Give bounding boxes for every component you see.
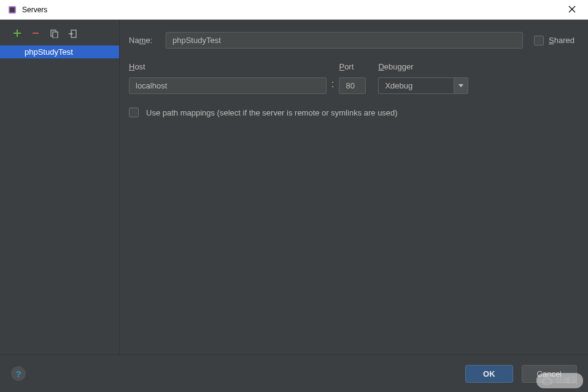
help-button[interactable]: ? [11,366,26,381]
form-panel: Name: Shared Host : Port Debugger Xdebug [120,20,588,355]
app-icon [7,5,17,15]
chevron-down-icon [454,77,468,94]
dialog-footer: ? OK Cancel [0,355,588,392]
cloud-icon [541,377,554,385]
title-bar: Servers [0,0,588,20]
host-port-separator: : [331,79,334,94]
debugger-select[interactable]: Xdebug [378,77,468,94]
name-input[interactable] [166,32,523,49]
path-mappings-checkbox[interactable] [129,108,139,117]
port-input[interactable] [339,77,366,94]
watermark: 亿速云 [536,373,583,388]
svg-rect-1 [10,7,15,12]
svg-rect-3 [53,32,58,38]
shared-label: Shared [549,36,574,45]
dialog-body: phpStudyTest Name: Shared Host : Port D [0,20,588,355]
copy-server-button[interactable] [49,28,59,38]
close-button[interactable] [563,2,581,17]
port-group: Port [339,62,366,94]
remove-server-button[interactable] [31,28,41,38]
connection-row: Host : Port Debugger Xdebug [129,62,574,94]
server-toolbar [0,28,119,44]
name-label: Name: [129,36,166,45]
watermark-text: 亿速云 [556,375,578,386]
add-server-button[interactable] [12,28,22,38]
server-list: phpStudyTest [0,44,119,58]
debugger-value: Xdebug [378,77,454,94]
import-server-button[interactable] [68,28,77,38]
debugger-label: Debugger [378,62,468,71]
sidebar: phpStudyTest [0,20,120,355]
shared-group: Shared [534,36,574,45]
path-mappings-label: Use path mappings (select if the server … [146,108,398,117]
shared-checkbox[interactable] [534,36,544,45]
ok-button[interactable]: OK [465,365,513,383]
window-title: Servers [22,6,47,14]
mappings-row: Use path mappings (select if the server … [129,108,574,117]
host-input[interactable] [129,77,327,94]
server-list-item[interactable]: phpStudyTest [0,45,119,58]
debugger-group: Debugger Xdebug [378,62,468,94]
name-row: Name: Shared [129,32,574,49]
host-group: Host [129,62,327,94]
host-label: Host [129,62,327,71]
port-label: Port [339,62,366,71]
